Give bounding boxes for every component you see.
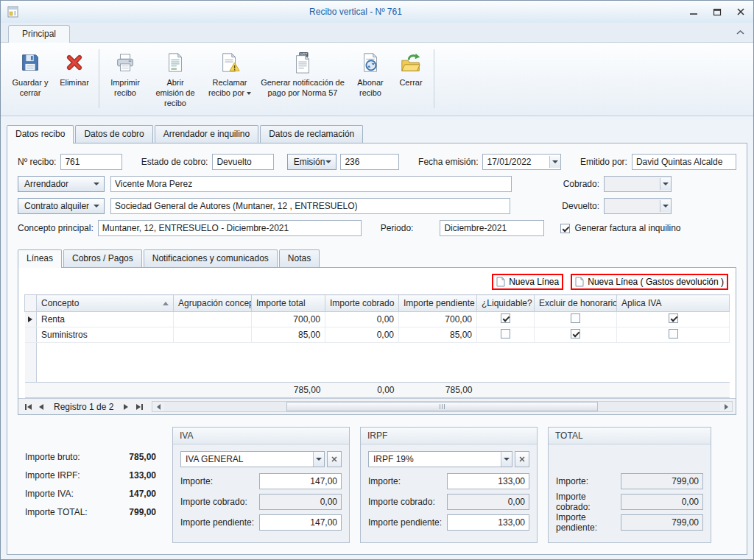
excluir-honorarios-checkbox[interactable] [571,329,580,339]
num-recibo-label: Nº recibo: [18,157,56,167]
scrollbar-thumb[interactable] [286,402,598,411]
importe-bruto-value: 785,00 [129,452,156,462]
liquidable-checkbox[interactable] [501,313,510,323]
scroll-right-icon[interactable] [720,402,732,411]
horizontal-scrollbar[interactable] [152,401,733,412]
cobrado-field [604,176,672,192]
scrollbar-track[interactable] [164,402,720,411]
toolbar-separator [99,49,99,108]
grid-navigator-bar: Registro 1 de 2 [18,398,736,414]
col-agrupacion[interactable]: Agrupación concepto [174,295,252,312]
importe-iva-value: 147,00 [129,489,156,499]
iva-clear-icon[interactable] [327,451,342,467]
generar-factura-checkbox[interactable] [560,224,570,233]
tab-notificaciones[interactable]: Notificaciones y comunicados [144,249,278,267]
nav-next-button[interactable] [119,401,133,413]
estado-cobro-label: Estado de cobro: [141,157,208,167]
date-dropdown-icon[interactable] [549,156,560,168]
aplica-iva-checkbox[interactable] [669,329,678,339]
emision-num-field[interactable]: 236 [340,154,399,170]
tab-arrendador-inquilino[interactable]: Arrendador e inquilino [155,125,258,143]
col-aplica-iva[interactable]: Aplica IVA [617,295,730,312]
tab-datos-reclamacion[interactable]: Datos de reclamación [260,125,363,143]
excluir-honorarios-checkbox[interactable] [571,313,580,323]
ribbon-collapse-icon[interactable] [736,27,744,38]
arrendador-combo[interactable]: Arrendador [18,176,105,192]
summary-left: Importe bruto:785,00 Importe IRPF:133,00… [18,427,162,525]
save-close-button[interactable]: Guardar y cerrar [7,46,54,111]
close-form-icon [400,49,422,76]
minimize-icon[interactable] [687,5,700,18]
emitido-por-field[interactable]: David Quintas Alcalde [632,154,736,170]
iva-combo-arrow-icon[interactable] [313,452,324,467]
toolbar-separator [434,49,434,108]
iva-cobrado-field: 0,00 [259,494,342,510]
total-groupbox: TOTAL Importe:799,00 Importe cobrado:0,0… [548,427,711,543]
claim-receipt-button[interactable]: Reclamar recibo por [203,46,256,111]
col-importe-pendiente[interactable]: Importe pendiente [399,295,477,312]
tab-datos-cobro[interactable]: Datos de cobro [75,125,152,143]
nav-last-button[interactable] [133,401,146,413]
close-form-button[interactable]: Cerrar [392,46,430,111]
ribbon-toolbar: Guardar y cerrar Eliminar Imprimir recib… [1,43,753,116]
close-window-icon[interactable] [734,5,747,18]
iva-pendiente-field[interactable]: 147,00 [259,514,342,531]
col-importe-cobrado[interactable]: Importe cobrado [325,295,399,312]
irpf-cobrado-field: 0,00 [447,494,529,510]
concepto-principal-field[interactable]: Muntaner, 12, ENTRESUELO - Diciembre-202… [98,220,362,236]
table-row[interactable]: Suministros 85,00 0,00 85,00 [25,327,730,343]
concepto-principal-label: Concepto principal: [18,223,94,233]
total-pendiente-field: 799,00 [621,514,703,531]
tab-cobros-pagos[interactable]: Cobros / Pagos [63,249,142,267]
title-bar: Recibo vertical - Nº 761 [1,1,753,23]
irpf-group-title: IRPF [361,428,537,444]
tab-lineas[interactable]: Líneas [18,249,62,268]
nueva-linea-button[interactable]: Nueva Línea [496,277,559,287]
contrato-alquiler-combo[interactable]: Contrato alquiler [18,198,105,214]
dropdown-arrow-icon [247,92,251,95]
nav-first-button[interactable] [21,401,35,413]
fecha-emision-field[interactable]: 17/01/2022 [482,154,560,170]
claim-receipt-icon [219,49,241,76]
devuelto-label: Devuelto: [562,201,599,211]
total-importe-field: 799,00 [621,473,703,489]
emision-combo[interactable]: Emisión [287,154,337,170]
col-concepto[interactable]: Concepto [37,295,174,312]
delete-button[interactable]: Eliminar [54,46,95,111]
irpf-pendiente-field[interactable]: 133,00 [447,514,529,531]
print-receipt-button[interactable]: Imprimir recibo [103,46,147,111]
arrendador-field[interactable]: Vicente Mora Perez [110,176,512,192]
num-recibo-field[interactable]: 761 [60,154,121,170]
col-excluir-honorarios[interactable]: Excluir de honorarios [535,295,617,312]
importe-total-value: 799,00 [129,507,156,517]
credit-receipt-button[interactable]: Abonar recibo [349,46,392,111]
iva-importe-field[interactable]: 147,00 [259,473,342,489]
iva-group-title: IVA [173,428,349,444]
aplica-iva-checkbox[interactable] [669,313,678,323]
table-row[interactable]: Renta 700,00 0,00 700,00 [25,312,730,327]
irpf-importe-field[interactable]: 133,00 [447,473,529,489]
periodo-field[interactable]: Diciembre-2021 [440,220,544,236]
norma57-notification-button[interactable]: N57 Generar notificación de pago por Nor… [256,46,349,111]
liquidable-checkbox[interactable] [501,329,510,339]
tab-datos-recibo[interactable]: Datos recibo [7,125,74,143]
total-group-title: TOTAL [549,428,711,444]
lines-tab-strip: Líneas Cobros / Pagos Notificaciones y c… [18,249,736,267]
scroll-left-icon[interactable] [152,402,164,411]
irpf-clear-icon[interactable] [515,451,529,467]
importe-irpf-value: 133,00 [129,470,156,481]
tab-principal[interactable]: Principal [8,25,70,43]
tab-notas[interactable]: Notas [279,249,320,267]
irpf-combo[interactable]: IRPF 19% [368,451,512,467]
restore-icon[interactable] [711,5,724,18]
contrato-field[interactable]: Sociedad General de Autores (Muntaner, 1… [110,198,510,214]
nav-prev-button[interactable] [35,401,48,413]
col-importe-total[interactable]: Importe total [252,295,325,312]
nueva-linea-gastos-button[interactable]: Nueva Línea ( Gastos devolución ) [575,277,724,287]
estado-cobro-field[interactable]: Devuelto [212,154,273,170]
iva-combo[interactable]: IVA GENERAL [180,451,325,467]
col-liquidable[interactable]: ¿Liquidable? [477,295,535,312]
open-emission-button[interactable]: Abrir emisión de recibo [147,46,203,111]
delete-icon [64,49,85,76]
irpf-combo-arrow-icon[interactable] [501,452,512,467]
